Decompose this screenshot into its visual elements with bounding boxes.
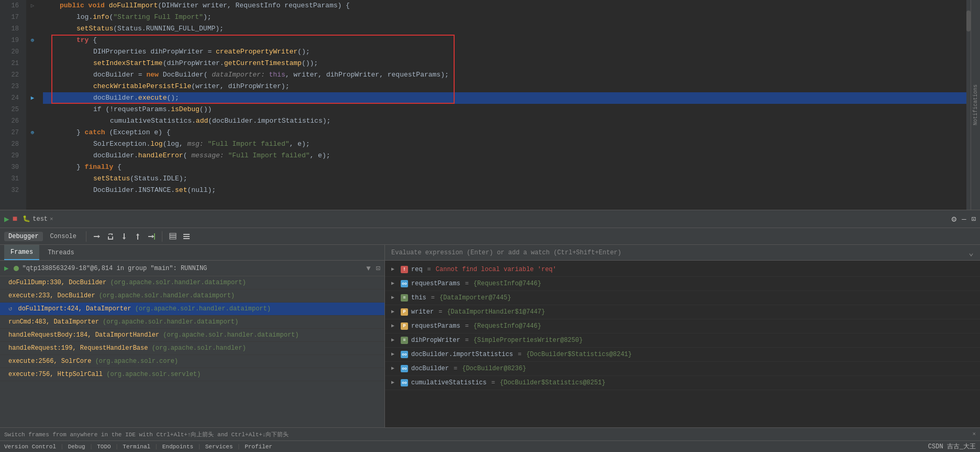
svg-rect-12 [154,233,155,240]
var-name-requestparams2: requestParams [411,321,460,331]
var-expand-requestparams[interactable]: ▶ [391,278,398,289]
step-into-button[interactable] [119,231,129,242]
var-value-req: Cannot find local variable 'req' [436,264,556,275]
line-num-21: 21 [0,58,22,69]
var-value-requestparams: {RequestInfo@7446} [474,278,542,289]
var-expand-requestparams2[interactable]: ▶ [391,321,398,331]
var-item-writer[interactable]: ▶ P writer = {DataImportHandler$1@7447} [385,305,980,319]
scrollbar-thumb[interactable] [966,10,971,31]
svg-rect-16 [183,234,190,235]
filter-button-2[interactable]: ⊡ [376,264,380,273]
step-over-button[interactable] [105,231,116,242]
gutter-16: ▷ [26,0,39,12]
var-item-docbuilder[interactable]: ▶ oo docBuilder = {DocBuilder@8236} [385,362,980,376]
debug-tab-close[interactable]: × [50,216,53,222]
line-num-30: 30 [0,162,22,173]
bottom-debug[interactable]: Debug [68,444,85,450]
minimize-button[interactable]: — [962,215,966,223]
var-name-docbuilder: docBuilder [411,363,449,374]
var-name-importstatistics: docBuilder.importStatistics [411,349,513,360]
var-item-importstatistics[interactable]: ▶ oo docBuilder.importStatistics = {DocB… [385,348,980,362]
gutter-24: ▶ [26,92,39,104]
code-content[interactable]: public void doFullImport(DIHWriter write… [39,0,980,210]
tab-threads[interactable]: Threads [41,245,80,260]
split-view-button[interactable]: ⊡ [972,214,976,223]
var-icon-this: ≡ [401,294,408,302]
line-num-32: 32 [0,185,22,196]
settings-button[interactable]: ⚙ [952,214,957,224]
var-expand-importstatistics[interactable]: ▶ [391,349,398,360]
var-expand-docbuilder[interactable]: ▶ [391,363,398,374]
panel-tabs: Frames Threads [0,245,384,261]
frame-item-dofullimport[interactable]: ↺ doFullImport:424, DataImporter (org.ap… [0,303,384,316]
editor-area: 16 17 18 19 20 21 22 23 24 25 26 27 28 2… [0,0,980,210]
var-item-this[interactable]: ▶ ≡ this = {DataImporter@7445} [385,291,980,305]
stop-button[interactable]: ■ [13,214,18,224]
eval-placeholder[interactable]: Evaluate expression (Enter) or add a wat… [391,249,968,256]
line-numbers: 16 17 18 19 20 21 22 23 24 25 26 27 28 2… [0,0,26,210]
bottom-version-control[interactable]: Version Control [4,444,56,450]
frame-item-execute[interactable]: execute:233, DocBuilder (org.apache.solr… [0,289,384,303]
var-name-cumulativestatistics: cumulativeStatistics [411,378,487,388]
debug-toolbar: ▶ ■ 🐛 test × ⚙ — ⊡ [0,210,980,228]
tab-debugger[interactable]: Debugger [4,232,43,241]
filter-button[interactable]: ▼ [366,264,370,273]
var-item-cumulativestatistics[interactable]: ▶ oo cumulativeStatistics = {DocBuilder$… [385,376,980,390]
step-out-button[interactable] [133,231,143,242]
running-indicator [14,266,19,271]
bottom-profile[interactable]: Profiler [245,444,272,450]
var-expand-req[interactable]: ▶ [391,264,398,275]
table-view-icon [169,233,177,240]
tab-frames[interactable]: Frames [4,245,39,260]
var-item-req[interactable]: ▶ ! req = Cannot find local variable 're… [385,263,980,277]
notifications-label: Notifications [973,84,978,125]
var-item-requestparams2[interactable]: ▶ P requestParams = {RequestInfo@7446} [385,319,980,333]
toolbar-sep-2 [162,231,162,242]
frame-item-handlerequest[interactable]: handleRequest:199, RequestHandlerBase (o… [0,342,384,355]
frame-item-execute756[interactable]: execute:756, HttpSolrCall (org.apache.so… [0,368,384,381]
gutter-25 [26,104,39,115]
bottom-services[interactable]: Services [205,444,233,450]
status-bar: Switch frames from anywhere in the IDE w… [0,427,980,440]
variables-list[interactable]: ▶ ! req = Cannot find local variable 're… [385,261,980,427]
var-item-requestparams[interactable]: ▶ oo requestParams = {RequestInfo@7446} [385,277,980,291]
editor-scrollbar[interactable] [966,0,971,210]
var-expand-dihpropwriter[interactable]: ▶ [391,335,398,346]
gutter-27: ⊕ [26,127,39,138]
code-line-32: DocBuilder.INSTANCE.set(null); [43,185,980,196]
var-expand-writer[interactable]: ▶ [391,307,398,317]
var-value-importstatistics: {DocBuilder$Statistics@8241} [526,349,632,360]
var-expand-this[interactable]: ▶ [391,293,398,303]
show-execution-point-button[interactable] [92,231,102,242]
resume-button[interactable]: ▶ [4,214,9,224]
gutter-31 [26,173,39,185]
var-icon-requestparams: oo [401,280,408,287]
var-value-cumulativestatistics: {DocBuilder$Statistics@8251} [500,378,605,388]
tab-console[interactable]: Console [46,232,81,241]
left-panel: Frames Threads ▶ "qtp1388563249-18"@6,81… [0,245,385,427]
bottom-endpoints[interactable]: Endpoints [162,444,193,450]
frame-item-handlerequestbody[interactable]: handleRequestBody:184, DataImportHandler… [0,329,384,342]
table-view-button[interactable] [168,231,178,242]
gutter-22 [26,69,39,81]
frame-item-execute2566[interactable]: execute:2566, SolrCore (org.apache.solr.… [0,355,384,368]
list-view-button[interactable] [181,231,192,242]
status-message: Switch frames from anywhere in the IDE w… [4,431,289,438]
debug-tab-icon: 🐛 [23,215,30,223]
run-to-cursor-button[interactable] [146,231,157,242]
var-expand-cumulativestatistics[interactable]: ▶ [391,378,398,388]
code-line-22: docBuilder = new DocBuilder( dataImporte… [43,69,980,81]
code-line-25: if (!requestParams.isDebug()) [43,104,980,115]
frame-item-runcmd[interactable]: runCmd:483, DataImporter (org.apache.sol… [0,316,384,329]
frames-list[interactable]: doFullDump:330, DocBuilder (org.apache.s… [0,276,384,427]
bottom-todo[interactable]: TODO [97,444,111,450]
code-line-18: setStatus(Status.RUNNING_FULL_DUMP); [43,23,980,35]
status-close[interactable]: × [972,431,976,437]
bottom-terminal[interactable]: Terminal [123,444,150,450]
eval-expand-arrow[interactable]: ⌄ [968,247,974,258]
frame-item-dofulldump[interactable]: doFullDump:330, DocBuilder (org.apache.s… [0,276,384,289]
code-line-23: checkWritablePersistFile(writer, dihProp… [43,81,980,92]
debug-session-tab[interactable]: 🐛 test × [23,215,53,223]
var-item-dihpropwriter[interactable]: ▶ ≡ dihPropWriter = {SimplePropertiesWri… [385,333,980,348]
resume-small-button[interactable]: ▶ [4,264,8,273]
